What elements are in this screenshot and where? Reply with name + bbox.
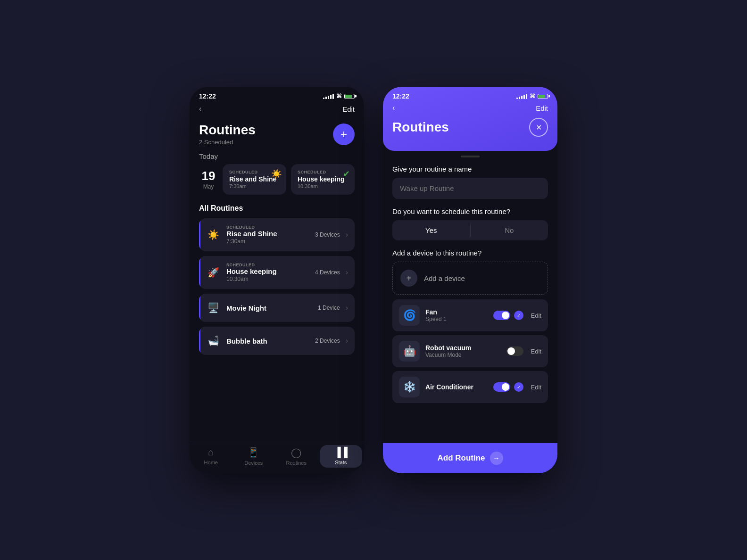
fan-icon-wrap: 🌀 [399, 305, 420, 326]
add-device-text: Add a device [424, 274, 465, 282]
header-purple: 12:22 ⌘ ‹ Edit [383, 87, 557, 151]
battery-icon-right [538, 94, 548, 99]
header-nav-left: ‹ Edit [190, 103, 364, 118]
bubble-bath-info: Bubble bath [226, 337, 309, 345]
ac-edit-btn[interactable]: Edit [531, 384, 541, 391]
wifi-icon: ⌘ [336, 93, 342, 99]
routine-item-rise-shine[interactable]: ☀️ SCHEDULED Rise and Shine 7:30am 3 Dev… [199, 218, 355, 251]
add-device-button[interactable]: + Add a device [392, 262, 548, 295]
vacuum-sub: Vacuum Mode [425, 352, 501, 358]
movie-night-info: Movie Night [226, 304, 312, 312]
housekeeping-list-tag: SCHEDULED [226, 263, 309, 267]
calendar-card-housekeeping[interactable]: ✔ SCHEDULED House keeping 10.30am [291, 164, 355, 195]
fan-toggle[interactable] [493, 311, 510, 320]
routine-item-bubble-bath[interactable]: 🛁 Bubble bath 2 Devices › [199, 327, 355, 355]
wifi-icon-right: ⌘ [530, 93, 535, 99]
date-month: May [203, 183, 214, 190]
status-icons-left: ⌘ [323, 93, 355, 99]
close-icon: ✕ [536, 123, 542, 132]
housekeeping-chevron[interactable]: › [346, 268, 348, 277]
rise-shine-chevron[interactable]: › [346, 231, 348, 239]
yes-option[interactable]: Yes [392, 220, 470, 240]
movie-night-chevron[interactable]: › [346, 304, 348, 312]
rise-shine-devices: 3 Devices [315, 231, 340, 238]
stats-icon: ▐▐ [334, 447, 348, 458]
bubble-bath-chevron[interactable]: › [346, 337, 348, 345]
calendar-strip: Today 19 May ☀️ SCHEDULED Rise and Shine… [190, 152, 364, 202]
movie-night-list-name: Movie Night [226, 304, 312, 312]
add-routine-arrow-icon: → [490, 452, 503, 465]
nav-home[interactable]: ⌂ Home [190, 447, 232, 466]
fan-sub: Speed 1 [425, 316, 488, 322]
add-routine-button[interactable]: Add Routine → [383, 443, 557, 473]
ac-check-icon: ✓ [514, 382, 523, 392]
no-option[interactable]: No [471, 220, 548, 240]
purple-nav: ‹ Edit [392, 104, 548, 112]
home-icon: ⌂ [208, 447, 214, 458]
rise-shine-icon: ☀️ [271, 169, 282, 179]
home-label: Home [204, 460, 218, 465]
housekeeping-list-name: House keeping [226, 267, 309, 275]
back-button-left[interactable]: ‹ [199, 105, 201, 113]
ac-toggle[interactable] [493, 382, 510, 392]
routines-list: ☀️ SCHEDULED Rise and Shine 7:30am 3 Dev… [190, 218, 364, 355]
today-label: Today [199, 152, 355, 160]
routine-item-movie-night[interactable]: 🖥️ Movie Night 1 Device › [199, 294, 355, 322]
vacuum-name: Robot vacuum [425, 344, 501, 352]
device-fan: 🌀 Fan Speed 1 ✓ Edit [392, 299, 548, 331]
name-label: Give your routine a name [392, 165, 548, 173]
ac-toggle-group: ✓ Edit [493, 382, 541, 392]
right-phone: 12:22 ⌘ ‹ Edit [383, 87, 557, 473]
fan-info: Fan Speed 1 [425, 308, 488, 322]
calendar-date: 19 May [199, 169, 218, 190]
nav-stats[interactable]: ▐▐ Stats [320, 445, 363, 468]
back-button-right[interactable]: ‹ [392, 104, 395, 112]
form-device-section: Add a device to this routine? + Add a de… [383, 249, 557, 403]
date-number: 19 [202, 169, 216, 183]
sheet-handle [461, 156, 480, 157]
fan-edit-btn[interactable]: Edit [531, 312, 541, 319]
battery-icon [344, 94, 355, 99]
calendar-card-rise-shine[interactable]: ☀️ SCHEDULED Rise and Shine 7:30am [223, 164, 286, 195]
housekeeping-icon: ✔ [343, 169, 350, 179]
ac-info: Air Conditioner [425, 383, 488, 391]
signal-icon [323, 93, 334, 99]
yes-no-toggle: Yes No [392, 220, 548, 240]
add-device-label: Add a device to this routine? [392, 249, 548, 257]
form-name-section: Give your routine a name [383, 165, 557, 207]
bubble-bath-list-name: Bubble bath [226, 337, 309, 345]
ac-name: Air Conditioner [425, 383, 488, 391]
routine-item-housekeeping[interactable]: 🚀 SCHEDULED House keeping 10.30am 4 Devi… [199, 256, 355, 289]
form-schedule-section: Do you want to schedule this routine? Ye… [383, 207, 557, 240]
nav-routines[interactable]: ◯ Routines [275, 447, 318, 466]
housekeeping-name: House keeping [298, 175, 348, 183]
edit-button-right[interactable]: Edit [536, 104, 548, 112]
vacuum-info: Robot vacuum Vacuum Mode [425, 344, 501, 358]
left-phone: 12:22 ⌘ ‹ Edit Ro [190, 87, 364, 473]
rise-shine-info: SCHEDULED Rise and Shine 7:30am [226, 225, 309, 245]
add-routine-fab[interactable]: + [333, 124, 355, 145]
stats-label: Stats [335, 460, 347, 465]
device-vacuum: 🤖 Robot vacuum Vacuum Mode Edit [392, 335, 548, 367]
housekeeping-info: SCHEDULED House keeping 10.30am [226, 263, 309, 282]
rise-shine-list-icon: ☀️ [206, 227, 221, 242]
signal-icon-right [516, 93, 527, 99]
vacuum-toggle[interactable] [506, 346, 523, 356]
add-routine-label: Add Routine [437, 453, 485, 463]
title-section: Routines 2 Scheduled + [190, 118, 364, 152]
rise-shine-list-tag: SCHEDULED [226, 225, 309, 230]
movie-night-list-icon: 🖥️ [206, 300, 221, 315]
devices-icon: 📱 [248, 447, 259, 458]
bubble-bath-devices: 2 Devices [315, 338, 340, 344]
add-device-circle-icon: + [400, 270, 417, 287]
close-button[interactable]: ✕ [529, 118, 548, 137]
nav-devices[interactable]: 📱 Devices [232, 447, 275, 466]
housekeeping-tag: SCHEDULED [298, 170, 348, 174]
schedule-label: Do you want to schedule this routine? [392, 207, 548, 215]
routine-name-input[interactable] [392, 178, 548, 199]
movie-night-devices: 1 Device [318, 305, 340, 311]
vacuum-toggle-group: Edit [506, 346, 541, 356]
edit-button-left[interactable]: Edit [342, 105, 355, 113]
vacuum-edit-btn[interactable]: Edit [531, 348, 541, 355]
fan-name: Fan [425, 308, 488, 316]
